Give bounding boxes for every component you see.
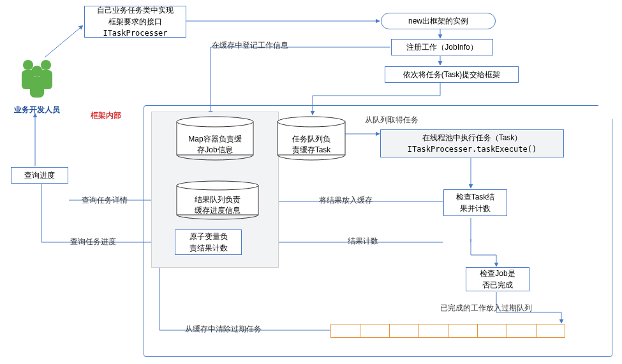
node-exec-task: 在线程池中执行任务（Task） ITaskProcesser.taskExecu… [380,129,564,157]
node-register-job: 注册工作（JobInfo） [391,39,493,55]
checkt-l1: 检查Task结 [456,191,495,203]
label-register-cache: 在缓存中登记工作信息 [212,40,288,51]
node-task-queue: 任务队列负 责缓存Task [277,126,346,159]
actor-label: 业务开发人员 [14,105,60,115]
expiry-queue [330,324,565,338]
label-count-result: 结果计数 [348,236,378,247]
node-query-progress: 查询进度 [11,167,68,184]
svg-point-9 [278,117,345,127]
submit-task-label: 依次将任务(Task)提交给框架 [403,69,501,80]
label-query-prog: 查询任务进度 [70,237,116,247]
node-result-queue: 结果队列负责 缓存进度信息 [176,189,259,218]
exec-l2: ITaskProcesser.taskExecute() [408,143,537,155]
svg-point-4 [31,66,43,77]
checkj-l1: 检查Job是 [480,268,515,279]
label-get-from-queue: 从队列取得任务 [365,115,418,126]
expiry-cell [448,324,477,338]
expiry-cell [330,324,360,338]
resq-l2: 缓存进度信息 [195,205,241,216]
svg-point-0 [23,60,33,70]
label-clear-expired: 从缓存中清除过期任务 [185,324,262,335]
label-query-detail: 查询任务详情 [82,195,128,206]
label-done-to-expiry: 已完成的工作放入过期队列 [440,303,532,314]
expiry-cell [389,324,418,338]
svg-rect-5 [30,77,44,98]
label-put-result: 将结果放入缓存 [319,195,373,206]
node-submit-task: 依次将任务(Task)提交给框架 [385,66,519,83]
framework-label: 框架内部 [91,110,121,121]
mapjob-l1: Map容器负责缓 [188,134,241,145]
impl-line1: 自己业务任务类中实现 [97,4,174,16]
expiry-cell [536,324,565,338]
svg-point-2 [41,60,51,70]
atomic-l2: 责结果计数 [189,242,228,254]
exec-l1: 在线程池中执行任务（Task） [422,132,522,143]
query-progress-label: 查询进度 [24,170,55,181]
svg-point-7 [177,117,253,127]
boundary-corner [598,104,614,119]
atomic-l1: 原子变量负 [189,231,228,242]
users-icon [14,56,60,102]
taskq-l2: 责缓存Task [292,145,331,156]
expiry-cell [418,324,448,338]
expiry-cell [360,324,389,338]
node-check-task: 检查Task结 果并计数 [443,189,507,216]
node-check-job: 检查Job是 否已完成 [466,267,529,291]
checkt-l2: 果并计数 [460,203,491,214]
node-atomic-count: 原子变量负 责结果计数 [175,229,242,255]
register-job-label: 注册工作（JobInfo） [406,41,477,53]
impl-line2: 框架要求的接口 [108,16,162,27]
expiry-cell [477,324,507,338]
checkj-l2: 否已完成 [482,279,513,291]
node-new-instance: new出框架的实例 [381,13,496,29]
expiry-cell [507,324,536,338]
impl-line3: ITaskProcesser [103,27,167,39]
node-impl-interface: 自己业务任务类中实现 框架要求的接口 ITaskProcesser [84,6,186,38]
new-instance-label: new出框架的实例 [408,15,468,27]
taskq-l1: 任务队列负 [292,134,330,145]
mapjob-l2: 存Job信息 [197,145,232,156]
actor-developer: 业务开发人员 [11,56,63,115]
resq-l1: 结果队列负责 [195,194,241,205]
node-map-job: Map容器负责缓 存Job信息 [176,126,254,159]
